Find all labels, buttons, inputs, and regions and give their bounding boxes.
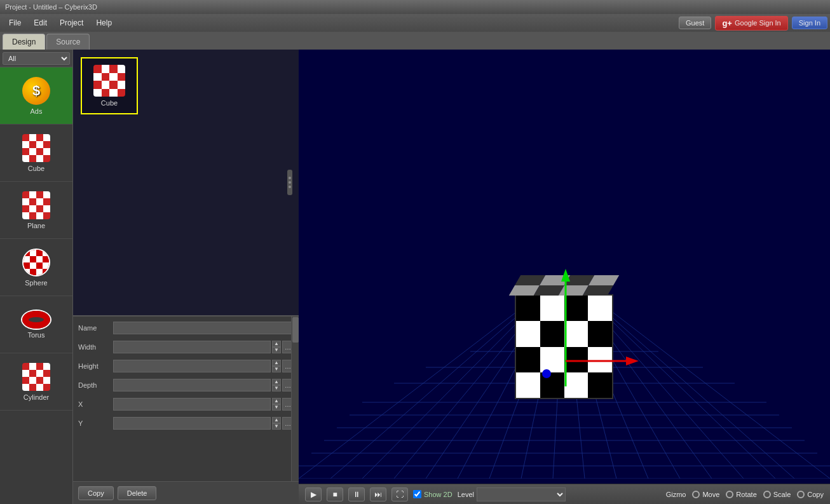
x-spin-up[interactable]: ▲	[272, 398, 281, 404]
radio-move-dot[interactable]	[692, 491, 700, 498]
menu-file[interactable]: File	[3, 16, 27, 30]
sidebar-item-torus-label: Torus	[28, 331, 45, 339]
radio-move[interactable]: Move	[692, 491, 719, 498]
prop-label-name: Name	[78, 324, 113, 332]
prop-label-width: Width	[78, 343, 113, 351]
radio-rotate[interactable]: Rotate	[726, 491, 756, 498]
prop-input-x[interactable]	[113, 398, 271, 411]
pause-button[interactable]: ⏸	[348, 487, 365, 501]
radio-copy-label: Copy	[807, 491, 824, 498]
sidebar-item-ads[interactable]: $ Ads	[0, 67, 72, 125]
forward-button[interactable]: ⏭	[370, 487, 386, 501]
main-area: All $ Ads Cube	[0, 50, 830, 504]
sidebar-filter-select[interactable]: All	[3, 52, 70, 65]
sidebar-item-sphere[interactable]: Sphere	[0, 239, 72, 296]
depth-spin-down[interactable]: ▼	[272, 385, 281, 392]
prop-input-width[interactable]	[113, 341, 271, 353]
depth-spin-up[interactable]: ▲	[272, 379, 281, 385]
sidebar-item-cylinder[interactable]: Cylinder	[0, 353, 72, 411]
asset-cube-label: Cube	[101, 99, 118, 107]
properties-panel: Name Width ▲ ▼ … Height	[73, 317, 299, 504]
gizmo-label: Gizmo	[666, 491, 686, 498]
sidebar-item-cube-label: Cube	[28, 165, 44, 172]
prop-label-height: Height	[78, 362, 113, 370]
x-spin-down[interactable]: ▼	[272, 404, 281, 411]
play-button[interactable]: ▶	[305, 487, 322, 501]
tab-source[interactable]: Source	[46, 34, 90, 50]
prop-input-depth[interactable]	[113, 379, 271, 392]
properties-scroll-area[interactable]: Name Width ▲ ▼ … Height	[73, 317, 299, 479]
show2d-area: Show 2D	[413, 490, 452, 498]
title-text: Project - Untitled – Cyberix3D	[5, 3, 97, 11]
asset-panel: Cube	[73, 50, 299, 317]
3d-cube	[515, 294, 616, 421]
google-signin-label: Google Sign In	[735, 19, 781, 27]
depth-spinners: ▲ ▼	[272, 379, 281, 392]
menu-project[interactable]: Project	[53, 16, 90, 30]
delete-button[interactable]: Delete	[118, 486, 157, 500]
ads-icon: $	[22, 77, 50, 105]
height-spin-down[interactable]: ▼	[272, 366, 281, 372]
radio-scale-dot[interactable]	[763, 491, 771, 498]
level-area: Level	[458, 487, 566, 501]
cylinder-icon	[22, 363, 50, 391]
gizmo-area: Gizmo Move Rotate Scale Copy	[666, 491, 824, 498]
height-spin-up[interactable]: ▲	[272, 360, 281, 366]
fullscreen-button[interactable]: ⛶	[391, 487, 408, 501]
auth-area: Guest g+ Google Sign In Sign In	[679, 16, 827, 31]
radio-scale[interactable]: Scale	[763, 491, 791, 498]
prop-input-name[interactable]	[113, 322, 294, 334]
width-spin-up[interactable]: ▲	[272, 341, 281, 347]
prop-row-height: Height ▲ ▼ …	[78, 357, 294, 375]
statusbar: ▶ ■ ⏸ ⏭ ⛶ Show 2D Level Gizmo Move	[299, 484, 830, 504]
cube-icon	[22, 134, 50, 162]
prop-input-height[interactable]	[113, 360, 271, 372]
properties-scrollbar-thumb	[292, 317, 299, 343]
torus-icon	[22, 311, 50, 329]
sidebar-item-cube[interactable]: Cube	[0, 125, 72, 182]
y-spin-up[interactable]: ▲	[272, 417, 281, 423]
y-spinners: ▲ ▼	[272, 417, 281, 430]
prop-label-depth: Depth	[78, 381, 113, 389]
radio-rotate-label: Rotate	[736, 491, 756, 498]
drag-dot-1	[289, 177, 291, 179]
google-signin-button[interactable]: g+ Google Sign In	[715, 16, 787, 31]
level-label: Level	[458, 491, 474, 498]
prop-row-name: Name	[78, 319, 294, 337]
asset-cube[interactable]: Cube	[81, 57, 138, 114]
width-spin-down[interactable]: ▼	[272, 347, 281, 353]
y-spin-down[interactable]: ▼	[272, 423, 281, 430]
radio-move-label: Move	[702, 491, 719, 498]
prop-row-x: X ▲ ▼ …	[78, 395, 294, 413]
show2d-checkbox[interactable]	[413, 490, 421, 498]
sidebar-header: All	[0, 50, 72, 67]
sidebar-scroll[interactable]: $ Ads Cube	[0, 67, 72, 504]
tabbar: Design Source	[0, 32, 830, 50]
viewport[interactable]: ▶ ■ ⏸ ⏭ ⛶ Show 2D Level Gizmo Move	[299, 50, 830, 504]
x-spinners: ▲ ▼	[272, 398, 281, 411]
radio-copy-dot[interactable]	[797, 491, 805, 498]
radio-rotate-dot[interactable]	[726, 491, 733, 498]
stop-button[interactable]: ■	[327, 487, 343, 501]
sidebar: All $ Ads Cube	[0, 50, 73, 504]
drag-dot-3	[289, 186, 291, 188]
sidebar-item-cylinder-label: Cylinder	[24, 393, 49, 401]
signin-button[interactable]: Sign In	[792, 17, 827, 29]
properties-scrollbar[interactable]	[291, 317, 299, 481]
sidebar-item-sphere-label: Sphere	[25, 279, 47, 287]
sidebar-item-ads-label: Ads	[31, 107, 43, 115]
radio-copy[interactable]: Copy	[797, 491, 824, 498]
copy-button[interactable]: Copy	[78, 486, 114, 500]
prop-row-depth: Depth ▲ ▼ …	[78, 376, 294, 394]
asset-cube-icon	[93, 65, 125, 97]
menu-edit[interactable]: Edit	[27, 16, 53, 30]
drag-handle[interactable]	[287, 170, 292, 195]
menu-help[interactable]: Help	[90, 16, 118, 30]
guest-button[interactable]: Guest	[679, 17, 711, 29]
prop-input-y[interactable]	[113, 417, 271, 430]
plane-icon	[22, 191, 50, 219]
sidebar-item-torus[interactable]: Torus	[0, 296, 72, 353]
tab-design[interactable]: Design	[3, 34, 45, 50]
sidebar-item-plane[interactable]: Plane	[0, 182, 72, 239]
level-select[interactable]	[477, 487, 566, 501]
